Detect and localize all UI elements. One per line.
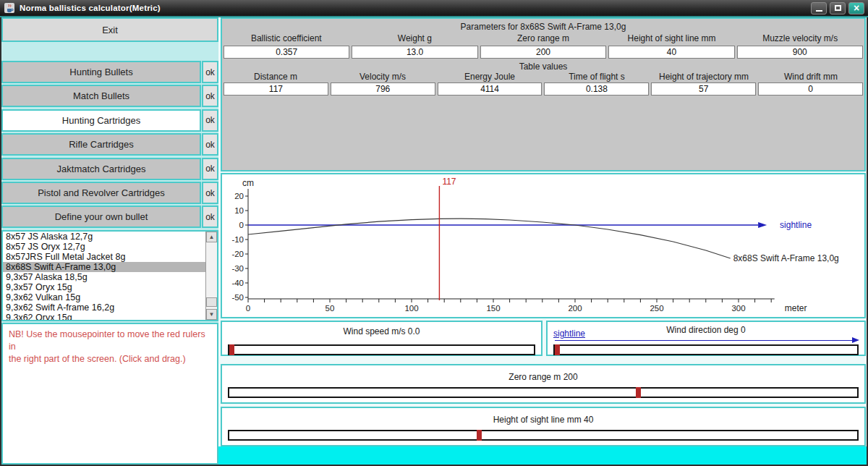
close-button[interactable]: ×: [848, 2, 864, 14]
close-icon: ×: [854, 4, 859, 13]
scrollbar-thumb[interactable]: [206, 297, 217, 307]
scroll-up-icon[interactable]: ▲: [206, 232, 217, 242]
cell-value: 40: [608, 46, 734, 59]
column-header: Time of flight s: [543, 72, 650, 82]
ok-button[interactable]: ok: [202, 158, 218, 180]
scroll-down-icon[interactable]: ▼: [206, 309, 217, 320]
x-tick-label: 250: [650, 304, 663, 313]
x-tick-label: 300: [731, 304, 745, 313]
menu-button-pistol-and-revolver-cartridges[interactable]: Pistol and Revolver Cartridges: [1, 182, 201, 204]
ok-button[interactable]: ok: [202, 182, 218, 204]
menu-button-jaktmatch-cartridges[interactable]: Jaktmatch Cartridges: [1, 158, 201, 180]
column-header: Height of sight line mm: [608, 33, 736, 43]
column-header: Energy Joule: [436, 72, 543, 82]
wind-sightline-label: sightline: [553, 329, 585, 339]
zero-range-panel: Zero range m 200: [221, 364, 866, 404]
y-tick-label: -30: [231, 264, 244, 273]
sight-height-panel: Height of sight line mm 40: [221, 407, 866, 446]
cell-value: 57: [651, 82, 756, 96]
menu-row: Pistol and Revolver Cartridgesok: [1, 182, 218, 204]
range-ruler-label: 117: [442, 177, 456, 187]
note-text-line2: the right part of the screen. (Click and…: [9, 353, 211, 365]
ok-button[interactable]: ok: [202, 133, 218, 156]
list-item[interactable]: 8x57JRS Full Metal Jacket 8g: [3, 252, 205, 262]
list-item[interactable]: 9,3x57 Oryx 15g: [3, 282, 205, 292]
wind-speed-slider-thumb[interactable]: [229, 344, 234, 355]
x-tick-label: 200: [568, 304, 582, 313]
menu-button-define-your-own-bullet[interactable]: Define your own bullet: [1, 206, 201, 228]
y-tick-label: -10: [231, 235, 244, 244]
minimize-button[interactable]: [811, 2, 827, 14]
sightline-arrowhead-icon: [758, 222, 767, 228]
list-item[interactable]: 8x68S Swift A-Frame 13,0g: [3, 262, 205, 272]
sight-height-label: Height of sight line mm 40: [222, 415, 864, 425]
cell-value: 0: [758, 82, 863, 96]
cell-value: 117: [224, 82, 328, 96]
cell-value: 0.138: [544, 82, 649, 96]
sightline-label: sightline: [780, 220, 812, 230]
x-tick-label: 100: [404, 304, 418, 313]
y-axis-unit: cm: [242, 178, 254, 188]
menu-button-match-bullets[interactable]: Match Bullets: [1, 85, 201, 107]
trajectory-chart[interactable]: cm20100-10-20-30-40-50050100150200250300…: [222, 174, 864, 317]
trajectory-chart-panel: cm20100-10-20-30-40-50050100150200250300…: [221, 173, 866, 318]
menu-button-hunting-cartridges[interactable]: Hunting Cartridges: [1, 109, 201, 132]
column-header: Muzzle velocity m/s: [736, 33, 864, 43]
list-item[interactable]: 9,3x57 Alaska 18,5g: [3, 272, 205, 282]
zero-range-slider-thumb[interactable]: [636, 387, 641, 398]
x-tick-label: 50: [326, 304, 335, 313]
menu-row: Hunting Cartridgesok: [1, 109, 218, 132]
minimize-icon: [816, 10, 822, 12]
column-header: Zero range m: [479, 33, 608, 43]
app-window: Norma ballistics calculator(Metric) × Ex…: [0, 0, 868, 466]
sidebar: Exit Hunting BulletsokMatch BulletsokHun…: [1, 17, 218, 465]
wind-speed-slider[interactable]: [228, 344, 535, 355]
main-area: Exit Hunting BulletsokMatch BulletsokHun…: [1, 17, 867, 465]
wind-direction-slider[interactable]: [553, 344, 859, 355]
wind-direction-slider-thumb[interactable]: [555, 344, 560, 355]
ok-button[interactable]: ok: [202, 109, 218, 132]
column-header: Height of trajectory mm: [650, 72, 757, 82]
y-tick-label: -20: [231, 250, 244, 258]
wind-direction-panel: Wind direction deg 0 sightline: [546, 321, 866, 356]
table-values-values: 11779641140.138570: [224, 82, 863, 96]
trajectory-label: 8x68S Swift A-Frame 13,0g: [733, 253, 839, 263]
zero-range-slider[interactable]: [228, 387, 859, 398]
sight-height-slider-thumb[interactable]: [477, 430, 482, 441]
note-panel: NB! Use the mousepointer to move the red…: [1, 323, 218, 465]
cell-value: 796: [331, 82, 435, 96]
window-title: Norma ballistics calculator(Metric): [20, 4, 161, 12]
sight-height-slider[interactable]: [228, 430, 859, 441]
menu-button-hunting-bullets[interactable]: Hunting Bullets: [1, 61, 201, 83]
exit-button[interactable]: Exit: [1, 17, 218, 42]
list-item[interactable]: 8x57 JS Oryx 12,7g: [3, 242, 205, 252]
ok-button[interactable]: ok: [202, 85, 218, 107]
list-item[interactable]: 8x57 JS Alaska 12,7g: [3, 232, 205, 242]
column-header: Ballistic coefficient: [222, 33, 351, 43]
listbox-scrollbar[interactable]: ▲ ▼: [205, 232, 217, 320]
maximize-button[interactable]: [830, 2, 846, 14]
wind-speed-panel: Wind speed m/s 0.0: [221, 321, 542, 356]
bottom-strip: [218, 446, 867, 465]
x-axis-unit: meter: [785, 303, 807, 313]
y-tick-label: 10: [234, 206, 244, 215]
list-item[interactable]: 9,3x62 Oryx 15g: [3, 313, 205, 320]
ok-button[interactable]: ok: [202, 61, 218, 83]
parameters-title: Parameters for 8x68S Swift A-Frame 13,0g: [222, 22, 864, 32]
table-values-title: Table values: [222, 62, 864, 72]
maximize-icon: [835, 5, 841, 11]
column-header: Distance m: [222, 72, 329, 82]
wind-sightline-arrow: [555, 340, 853, 341]
list-item[interactable]: 9,3x62 Swift A-frame 16,2g: [3, 302, 205, 313]
cell-value: 0.357: [224, 46, 349, 59]
cell-value: 200: [480, 46, 606, 59]
cell-value: 4114: [438, 82, 542, 96]
list-item[interactable]: 9,3x62 Vulkan 15g: [3, 292, 205, 302]
parameters-panel: Parameters for 8x68S Swift A-Frame 13,0g…: [221, 17, 866, 171]
menu-button-rifle-cartridges[interactable]: Rifle Cartridges: [1, 133, 201, 156]
title-bar: Norma ballistics calculator(Metric) ×: [0, 0, 868, 17]
y-tick-label: 0: [239, 221, 244, 229]
ok-button[interactable]: ok: [202, 206, 218, 228]
column-header: Weight g: [351, 33, 480, 43]
table-values-headers: Distance mVelocity m/sEnergy JouleTime o…: [222, 72, 864, 82]
